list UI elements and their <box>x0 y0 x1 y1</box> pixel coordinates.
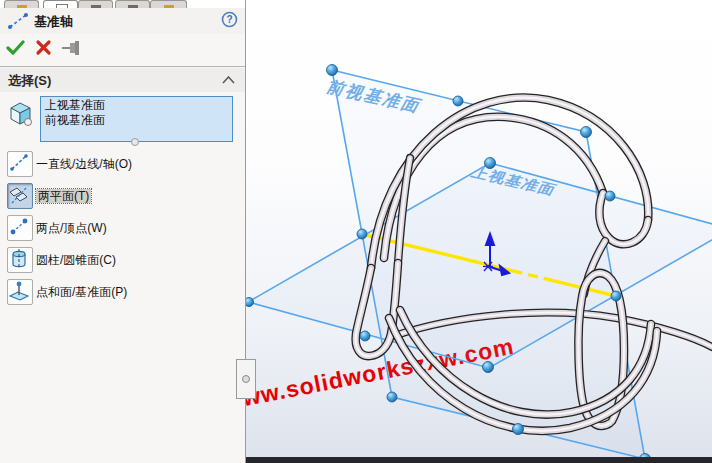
pin-icon[interactable] <box>61 39 85 61</box>
selection-group-label: 选择(S) <box>8 72 51 90</box>
option-label[interactable]: 圆柱/圆锥面(C) <box>36 252 116 269</box>
option-row-point-face: 点和面/基准面(P) <box>0 279 245 305</box>
option-row-two-points: 两点/顶点(W) <box>0 215 245 241</box>
two-planes-button[interactable] <box>7 183 33 209</box>
line-edge-axis-button[interactable] <box>7 151 33 177</box>
point-and-face-plane-button[interactable] <box>7 279 33 305</box>
panel-divider <box>0 66 245 67</box>
pm-action-bar <box>0 36 245 64</box>
option-label-selected[interactable]: 两平面(T) <box>36 188 91 205</box>
manager-tabs <box>0 0 245 8</box>
line-edge-axis-icon <box>8 152 30 174</box>
panel-splitter-handle[interactable] <box>236 359 256 399</box>
selection-group-header[interactable]: 选择(S) <box>0 68 245 92</box>
option-row-cylinder-cone: 圆柱/圆锥面(C) <box>0 247 245 273</box>
two-planes-icon <box>8 184 30 206</box>
option-row-line-edge-axis: 一直线/边线/轴(O) <box>0 151 245 177</box>
selected-references-listbox[interactable]: 上视基准面 前视基准面 <box>40 96 233 142</box>
two-points-vertices-button[interactable] <box>7 215 33 241</box>
ok-check-icon[interactable] <box>6 39 30 61</box>
property-manager-panel: 基准轴 ? 选择(S) <box>0 0 246 463</box>
option-label[interactable]: 一直线/边线/轴(O) <box>36 156 132 173</box>
svg-text:?: ? <box>226 14 232 25</box>
cylinder-cone-face-icon <box>8 248 30 270</box>
listbox-resize-grip[interactable] <box>131 138 139 146</box>
cylinder-cone-face-button[interactable] <box>7 247 33 273</box>
status-bar-edge <box>246 457 712 463</box>
option-label[interactable]: 点和面/基准面(P) <box>36 284 127 301</box>
option-label[interactable]: 两点/顶点(W) <box>36 220 107 237</box>
list-item-top-plane[interactable]: 上视基准面 <box>41 97 232 112</box>
point-and-face-plane-icon <box>8 280 30 302</box>
splitter-grip-icon <box>242 375 250 383</box>
reference-entities-cube-icon <box>7 99 34 127</box>
solidworks-window: www.solidworkszxw.com <box>0 0 712 463</box>
option-row-two-planes: 两平面(T) <box>0 183 245 209</box>
feature-titlebar: 基准轴 ? <box>0 8 245 34</box>
help-question-icon[interactable]: ? <box>221 11 238 28</box>
feature-title: 基准轴 <box>34 13 73 31</box>
chevron-up-icon[interactable] <box>222 76 235 84</box>
two-points-vertices-icon <box>8 216 30 238</box>
cancel-x-icon[interactable] <box>35 39 59 61</box>
reference-axis-icon <box>7 12 29 30</box>
list-item-front-plane[interactable]: 前视基准面 <box>41 112 232 127</box>
